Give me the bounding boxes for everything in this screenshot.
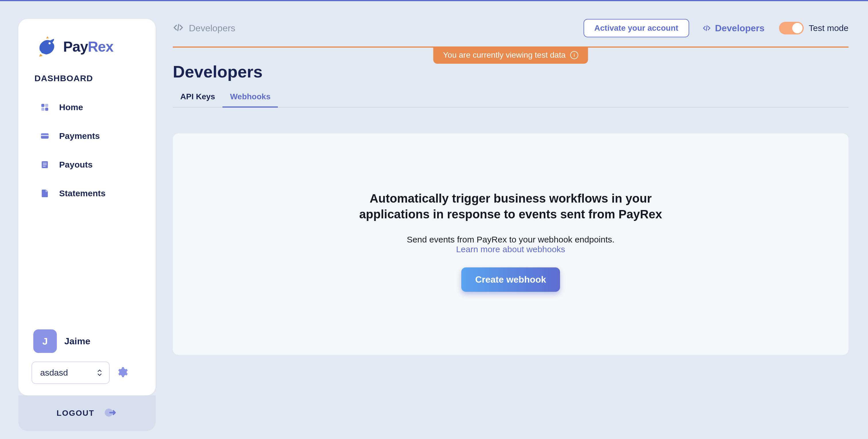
logout-button[interactable]: LOGOUT <box>19 396 156 431</box>
settings-button[interactable] <box>116 366 128 379</box>
card-subtext: Send events from PayRex to your webhook … <box>407 235 615 245</box>
logout-icon <box>104 406 117 420</box>
developers-link-label: Developers <box>715 23 765 34</box>
tabs: API Keys Webhooks <box>173 87 848 107</box>
topbar: Developers Activate your account Develop… <box>173 19 848 37</box>
sidebar-item-payouts[interactable]: Payouts <box>32 150 143 179</box>
home-icon <box>40 102 50 113</box>
brand-text: PayRex <box>63 38 113 55</box>
dino-icon <box>34 34 59 59</box>
test-mode-toggle[interactable] <box>779 22 804 34</box>
svg-rect-10 <box>43 166 45 167</box>
svg-point-0 <box>49 42 51 44</box>
card-heading: Automatically trigger business workflows… <box>338 191 683 222</box>
sidebar-item-payments[interactable]: Payments <box>32 122 143 150</box>
sidebar: PayRex DASHBOARD Home Payments <box>19 19 156 396</box>
sidebar-item-label: Statements <box>59 189 105 198</box>
code-icon <box>702 24 711 32</box>
test-mode-label: Test mode <box>809 23 848 33</box>
activate-account-button[interactable]: Activate your account <box>584 19 689 37</box>
tab-webhooks[interactable]: Webhooks <box>222 87 278 107</box>
developers-link[interactable]: Developers <box>702 23 765 34</box>
project-select[interactable]: asdasd <box>32 362 110 384</box>
list-icon <box>40 160 50 170</box>
sidebar-item-label: Payments <box>59 131 100 141</box>
webhooks-empty-card: Automatically trigger business workflows… <box>173 133 848 355</box>
banner-text: You are currently viewing test data <box>443 51 566 60</box>
user-row[interactable]: J Jaime <box>32 330 143 353</box>
document-icon <box>40 188 50 198</box>
svg-rect-4 <box>45 107 48 111</box>
info-icon[interactable]: i <box>570 51 578 59</box>
user-name: Jaime <box>64 336 90 347</box>
logout-label: LOGOUT <box>57 409 94 418</box>
learn-more-link[interactable]: Learn more about webhooks <box>456 245 565 254</box>
breadcrumb[interactable]: Developers <box>189 23 236 34</box>
page-title: Developers <box>173 62 848 81</box>
project-select-value: asdasd <box>40 368 68 378</box>
chevron-updown-icon <box>96 369 103 377</box>
gear-icon <box>116 366 128 378</box>
svg-rect-1 <box>41 104 44 107</box>
svg-rect-6 <box>41 135 49 136</box>
test-data-banner: You are currently viewing test data i <box>433 46 588 64</box>
avatar: J <box>33 330 57 353</box>
sidebar-item-statements[interactable]: Statements <box>32 179 143 208</box>
sidebar-item-label: Payouts <box>59 160 93 169</box>
svg-rect-3 <box>41 107 44 111</box>
card-icon <box>40 131 50 141</box>
tab-api-keys[interactable]: API Keys <box>173 87 222 107</box>
svg-rect-2 <box>45 104 48 107</box>
svg-rect-8 <box>43 163 46 163</box>
svg-rect-9 <box>43 164 46 165</box>
toggle-knob <box>792 23 803 33</box>
sidebar-section-title: DASHBOARD <box>32 73 143 83</box>
brand-logo[interactable]: PayRex <box>32 34 143 59</box>
sidebar-item-home[interactable]: Home <box>32 93 143 122</box>
mode-divider: You are currently viewing test data i <box>173 46 848 48</box>
code-icon <box>173 22 184 34</box>
sidebar-item-label: Home <box>59 102 83 112</box>
create-webhook-button[interactable]: Create webhook <box>461 268 560 292</box>
